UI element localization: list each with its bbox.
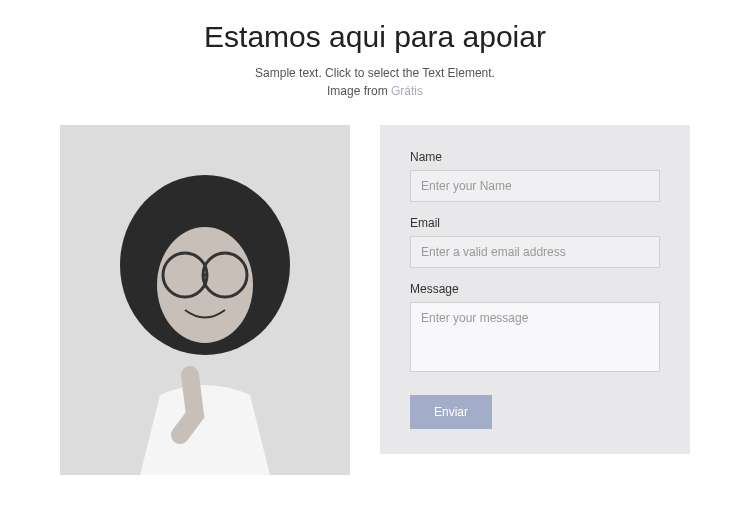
email-input[interactable] [410, 236, 660, 268]
page-title: Estamos aqui para apoiar [60, 20, 690, 54]
subtitle-link[interactable]: Grátis [391, 84, 423, 98]
profile-image [60, 125, 350, 475]
subtitle-line1: Sample text. Click to select the Text El… [255, 66, 495, 80]
subtitle-text: Sample text. Click to select the Text El… [60, 64, 690, 100]
subtitle-line2-prefix: Image from [327, 84, 391, 98]
submit-button[interactable]: Enviar [410, 395, 492, 429]
contact-form: Name Email Message Enviar [380, 125, 690, 454]
message-label: Message [410, 282, 660, 296]
email-label: Email [410, 216, 660, 230]
message-input[interactable] [410, 302, 660, 372]
name-input[interactable] [410, 170, 660, 202]
name-label: Name [410, 150, 660, 164]
